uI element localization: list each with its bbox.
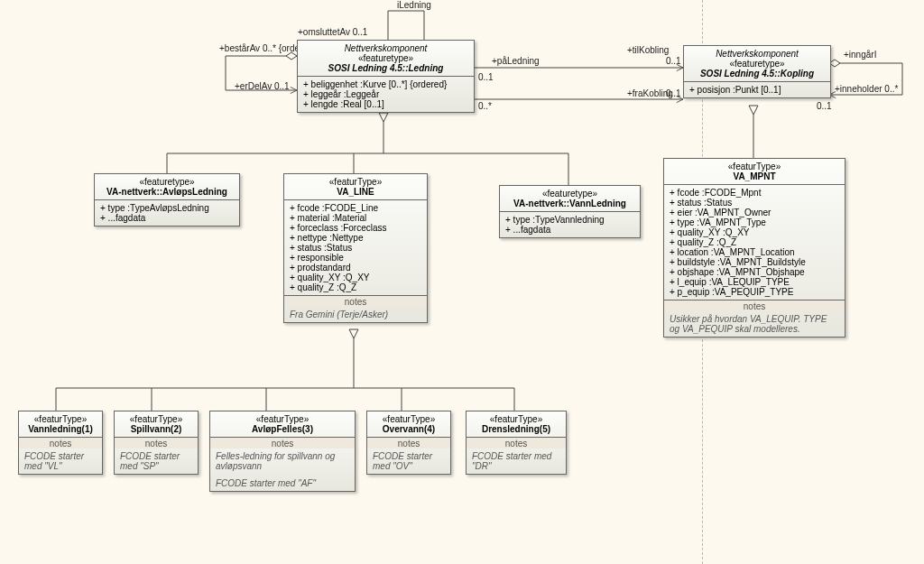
label-tilKobling: +tilKobling	[627, 45, 669, 55]
name: VA_LINE	[290, 187, 421, 197]
name: VA-nettverk::AvløpsLedning	[100, 187, 234, 197]
class-drensledning: «featurType» Drensledning(5) notes FCODE…	[466, 411, 567, 475]
notes-label: notes	[664, 300, 845, 311]
stereo: «featurType»	[670, 162, 839, 171]
stereo: «featurType»	[290, 177, 421, 187]
notes: Fra Gemini (Terje/Asker)	[284, 307, 427, 322]
mult-01d: 0..1	[817, 101, 832, 111]
class-overvann: «featurType» Overvann(4) notes FCODE sta…	[366, 411, 451, 475]
notes-label: notes	[284, 295, 427, 307]
class-spillvann: «featurType» Spillvann(2) notes FCODE st…	[114, 411, 199, 475]
name: VA_MPNT	[670, 171, 839, 181]
attrs: + fcode :FCODE_Line + material :Material…	[284, 199, 427, 295]
class-vannledning1: «featurType» Vannledning(1) notes FCODE …	[18, 411, 103, 475]
label-paLedning: +påLedning	[492, 56, 540, 66]
stereo: «featuretype»	[689, 59, 825, 69]
name: SOSI Ledning 4.5::Ledning	[303, 63, 468, 73]
label-omsluttetAv: +omsluttetAv 0..1	[298, 27, 367, 37]
label-inngarI: +inngårI	[844, 50, 876, 60]
super: Nettverkskomponent	[689, 49, 825, 59]
attrs: + type :TypeAvløpsLedning + ...fagdata	[95, 199, 239, 226]
notes: Usikker på hvordan VA_LEQUIP. TYPE og VA…	[664, 311, 845, 337]
label-inneholder: +inneholder 0..*	[835, 84, 898, 94]
mult-0s: 0..*	[478, 101, 492, 111]
mult-01a: 0..1	[478, 72, 494, 82]
class-kopling: Nettverkskomponent «featuretype» SOSI Le…	[683, 45, 831, 98]
label-iLedning: iLedning	[397, 0, 431, 10]
attrs: + fcode :FCODE_Mpnt + status :Status + e…	[664, 184, 845, 300]
attrs: + posisjon :Punkt [0..1]	[684, 81, 830, 97]
class-ledning: Nettverkskomponent «featuretype» SOSI Le…	[297, 40, 475, 113]
label-erDelAv: +erDelAv 0..1	[235, 81, 290, 91]
stereo: «featuretype»	[100, 177, 234, 187]
attrs: + type :TypeVannledning + ...fagdata	[500, 211, 640, 237]
class-vannledning: «featuretype» VA-nettverk::VannLedning +…	[499, 185, 641, 238]
class-valine: «featurType» VA_LINE + fcode :FCODE_Line…	[283, 173, 428, 323]
mult-01b: 0..1	[666, 56, 681, 66]
class-avlopsledning: «featuretype» VA-nettverk::AvløpsLedning…	[94, 173, 240, 227]
class-vampnt: «featurType» VA_MPNT + fcode :FCODE_Mpnt…	[663, 158, 845, 337]
name: SOSI Ledning 4.5::Kopling	[689, 69, 825, 79]
stereo: «featuretype»	[303, 53, 468, 63]
name: VA-nettverk::VannLedning	[505, 199, 634, 208]
stereo: «featuretype»	[505, 189, 634, 199]
attrs: + beliggenhet :Kurve [0..*] {ordered} + …	[298, 76, 474, 112]
super: Nettverkskomponent	[303, 43, 468, 53]
class-avlopfelles: «featurType» AvløpFelles(3) notes Felles…	[209, 411, 356, 492]
mult-01c: 0..1	[666, 88, 681, 98]
